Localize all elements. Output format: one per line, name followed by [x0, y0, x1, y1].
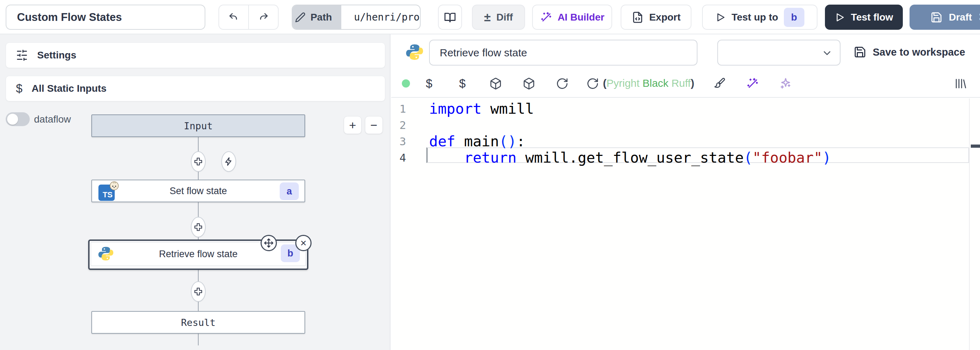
- test-flow-button[interactable]: Test flow: [825, 5, 903, 30]
- top-toolbar: Path u/henri/pro ± Diff AI Builder Expor…: [0, 0, 980, 34]
- step-badge-b: b: [784, 8, 804, 27]
- dataflow-toggle[interactable]: [6, 112, 30, 126]
- lightning-icon: [224, 157, 233, 166]
- export-button[interactable]: Export: [620, 5, 692, 30]
- move-node-handle[interactable]: [261, 235, 277, 251]
- draft-save-button[interactable]: Draft ⌘S: [910, 5, 980, 30]
- delete-node-button[interactable]: ×: [295, 235, 312, 251]
- trigger-button[interactable]: [221, 151, 236, 172]
- play-icon: [715, 12, 726, 23]
- flow-graph-panel: Settings $ All Static Inputs dataflow In…: [0, 34, 390, 350]
- graph-node-set-flow-state[interactable]: TS Set flow state a: [91, 180, 305, 202]
- undo-redo-group: [218, 5, 278, 30]
- redo-button[interactable]: [249, 5, 278, 29]
- refresh-icon-button[interactable]: [555, 77, 569, 90]
- draft-label: Draft: [949, 12, 972, 23]
- book-open-icon: [444, 11, 456, 23]
- graph-node-input[interactable]: Input: [91, 114, 305, 137]
- path-button[interactable]: Path u/henri/pro: [292, 5, 421, 30]
- file-code-icon: [632, 11, 644, 23]
- insert-step-button[interactable]: [191, 281, 206, 302]
- all-static-inputs-row[interactable]: $ All Static Inputs: [6, 76, 385, 101]
- settings-row[interactable]: Settings: [6, 43, 385, 68]
- refresh-icon-button[interactable]: [586, 77, 600, 90]
- minimap-border: [969, 99, 970, 350]
- settings-label: Settings: [37, 50, 76, 61]
- step-name-input[interactable]: [429, 40, 697, 66]
- path-label: Path: [310, 12, 332, 23]
- save-to-workspace-button[interactable]: Save to workspace: [854, 43, 965, 61]
- dollar-icon-button[interactable]: $: [422, 77, 436, 90]
- graph-node-result[interactable]: Result: [91, 311, 305, 334]
- format-brush-icon-button[interactable]: [712, 77, 726, 90]
- toggle-knob: [7, 114, 18, 125]
- library-icon-button[interactable]: [954, 77, 967, 90]
- magic-wand-icon: [540, 11, 552, 23]
- path-value: u/henri/pro: [347, 5, 421, 29]
- dollar-icon-button[interactable]: $: [456, 77, 469, 90]
- move-icon: [264, 238, 274, 248]
- flow-name-input[interactable]: [6, 5, 205, 30]
- package-icon-button[interactable]: [489, 77, 503, 90]
- sparkles-icon-button[interactable]: [779, 77, 792, 90]
- ai-builder-label: AI Builder: [558, 12, 605, 23]
- docs-button[interactable]: [438, 5, 462, 30]
- flow-editor-window: Path u/henri/pro ± Diff AI Builder Expor…: [0, 0, 980, 350]
- zoom-in-button[interactable]: +: [344, 116, 361, 134]
- code-assistants-status: (Pyright Black Ruff): [603, 77, 694, 89]
- code-editor[interactable]: 1 2 3 4 import wmill def main(): return …: [391, 99, 980, 350]
- save-icon: [931, 11, 942, 23]
- draft-shortcut: ⌘S: [978, 11, 980, 23]
- insert-step-button[interactable]: [191, 217, 206, 237]
- dollar-icon: $: [16, 82, 22, 95]
- path-label-segment: Path: [292, 5, 341, 29]
- test-flow-label: Test flow: [851, 12, 893, 23]
- ai-builder-button[interactable]: AI Builder: [532, 5, 612, 30]
- test-up-to-label: Test up to: [732, 12, 778, 23]
- diff-label: Diff: [496, 12, 513, 23]
- status-dot-green: [402, 79, 410, 88]
- code-line-3: def main():: [429, 133, 525, 150]
- sliders-icon: [16, 49, 28, 61]
- plus-minus-icon: ±: [484, 10, 491, 24]
- ai-wand-icon-button[interactable]: [746, 77, 759, 90]
- all-static-inputs-label: All Static Inputs: [32, 83, 107, 94]
- overview-ruler-cursor-mark: [971, 145, 980, 148]
- line-number: 2: [391, 117, 406, 133]
- code-line-1: import wmill: [429, 101, 534, 117]
- save-icon: [854, 46, 866, 58]
- line-number-active: 4: [391, 150, 406, 166]
- step-header-row: Save to workspace: [391, 34, 980, 69]
- input-node-label: Input: [92, 120, 304, 131]
- undo-button[interactable]: [219, 5, 249, 29]
- redo-icon: [258, 12, 269, 23]
- chevron-down-icon: [821, 48, 833, 59]
- test-up-to-button[interactable]: Test up to b: [702, 5, 818, 30]
- python-icon: [406, 43, 423, 61]
- retrieve-flow-state-label: Retrieve flow state: [91, 249, 305, 260]
- undo-icon: [228, 12, 239, 23]
- save-to-workspace-label: Save to workspace: [873, 46, 965, 58]
- step-badge-a: a: [280, 182, 299, 200]
- editor-toolbar: $ $ (Pyright Black Ruff): [391, 69, 980, 98]
- code-line-4: return wmill.get_flow_user_state("foobar…: [429, 150, 831, 166]
- play-icon: [835, 12, 845, 23]
- export-label: Export: [649, 12, 681, 23]
- dataflow-label: dataflow: [34, 114, 71, 125]
- step-editor-panel: Save to workspace $ $ (P: [391, 34, 980, 350]
- version-select[interactable]: [717, 40, 840, 66]
- zoom-out-button[interactable]: −: [365, 116, 383, 134]
- set-flow-state-label: Set flow state: [92, 185, 304, 197]
- line-number: 1: [391, 101, 406, 117]
- pencil-icon: [295, 12, 305, 23]
- diff-button[interactable]: ± Diff: [472, 5, 525, 30]
- result-node-label: Result: [92, 317, 304, 328]
- line-number: 3: [391, 133, 406, 150]
- package-icon-button[interactable]: [522, 77, 536, 90]
- insert-step-button[interactable]: [191, 151, 206, 172]
